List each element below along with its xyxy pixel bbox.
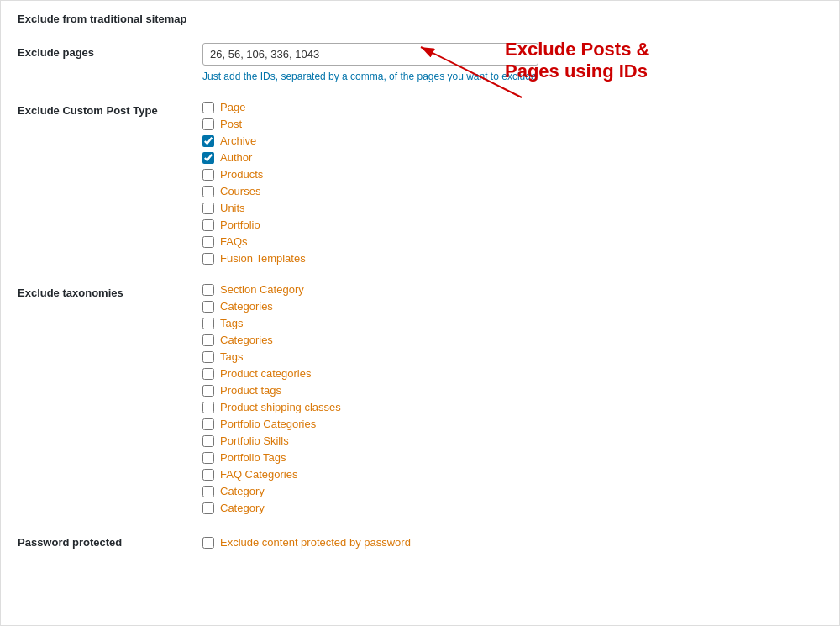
main-container: Exclude from traditional sitemap Exclude… bbox=[0, 0, 840, 626]
tax-product-shipping-checkbox[interactable] bbox=[202, 402, 214, 413]
tax-categories2-checkbox[interactable] bbox=[202, 334, 214, 346]
list-item[interactable]: Product shipping classes bbox=[202, 401, 822, 413]
password-protected-checkbox-label: Exclude content protected by password bbox=[220, 536, 411, 549]
password-protected-row: Password protected Exclude content prote… bbox=[1, 524, 839, 559]
tax-product-cat-label: Product categories bbox=[220, 367, 311, 380]
cpt-archive-checkbox[interactable] bbox=[202, 135, 214, 147]
tax-categories-label: Categories bbox=[220, 300, 273, 313]
list-item[interactable]: Units bbox=[202, 202, 822, 214]
section-title: Exclude from traditional sitemap bbox=[1, 1, 839, 34]
list-item[interactable]: Portfolio Tags bbox=[202, 451, 822, 464]
tax-product-tags-label: Product tags bbox=[220, 384, 281, 397]
cpt-products-label: Products bbox=[220, 168, 263, 181]
cpt-checkbox-group: Page Post Archive Author bbox=[202, 101, 822, 265]
list-item[interactable]: Portfolio Categories bbox=[202, 418, 822, 430]
list-item[interactable]: Product tags bbox=[202, 384, 822, 397]
tax-portfolio-cat-checkbox[interactable] bbox=[202, 418, 214, 430]
tax-product-shipping-label: Product shipping classes bbox=[220, 401, 341, 413]
tax-category2-label: Category bbox=[220, 502, 265, 514]
tax-section-cat-checkbox[interactable] bbox=[202, 284, 214, 296]
tax-category2-checkbox[interactable] bbox=[202, 502, 214, 514]
list-item[interactable]: FAQs bbox=[202, 235, 822, 248]
tax-section-cat-label: Section Category bbox=[220, 283, 304, 296]
cpt-post-label: Post bbox=[220, 118, 242, 130]
list-item[interactable]: Tags bbox=[202, 317, 822, 329]
cpt-units-label: Units bbox=[220, 202, 245, 214]
list-item[interactable]: Fusion Templates bbox=[202, 252, 822, 265]
tax-portfolio-cat-label: Portfolio Categories bbox=[220, 418, 316, 430]
exclude-cpt-label: Exclude Custom Post Type bbox=[1, 92, 186, 275]
exclude-taxonomies-label: Exclude taxonomies bbox=[1, 275, 186, 524]
form-table: Exclude pages Exclud bbox=[1, 34, 839, 559]
cpt-units-checkbox[interactable] bbox=[202, 203, 214, 214]
cpt-fusion-label: Fusion Templates bbox=[220, 252, 306, 265]
cpt-author-checkbox[interactable] bbox=[202, 152, 214, 164]
tax-tags2-label: Tags bbox=[220, 350, 243, 363]
tax-category1-label: Category bbox=[220, 485, 265, 497]
list-item[interactable]: Products bbox=[202, 168, 822, 181]
taxonomies-checkbox-group: Section Category Categories Tags Categor… bbox=[202, 283, 822, 514]
tax-tags2-checkbox[interactable] bbox=[202, 351, 214, 363]
cpt-portfolio-checkbox[interactable] bbox=[202, 219, 214, 231]
tax-category1-checkbox[interactable] bbox=[202, 486, 214, 497]
exclude-cpt-row: Exclude Custom Post Type Page Post Archi… bbox=[1, 92, 839, 275]
list-item[interactable]: Page bbox=[202, 101, 822, 113]
annotation-text: Exclude Posts &Pages using IDs bbox=[505, 39, 723, 83]
exclude-pages-wrapper: Exclude Posts &Pages using IDs bbox=[202, 43, 822, 66]
list-item[interactable]: Tags bbox=[202, 350, 822, 363]
list-item[interactable]: Portfolio bbox=[202, 218, 822, 231]
cpt-courses-label: Courses bbox=[220, 185, 260, 197]
tax-product-tags-checkbox[interactable] bbox=[202, 385, 214, 397]
annotation-box: Exclude Posts &Pages using IDs bbox=[505, 39, 723, 83]
cpt-page-checkbox[interactable] bbox=[202, 102, 214, 113]
list-item[interactable]: Category bbox=[202, 502, 822, 514]
exclude-cpt-field: Page Post Archive Author bbox=[186, 92, 839, 275]
cpt-portfolio-label: Portfolio bbox=[220, 218, 260, 231]
tax-tags-label: Tags bbox=[220, 317, 243, 329]
list-item[interactable]: Courses bbox=[202, 185, 822, 197]
cpt-post-checkbox[interactable] bbox=[202, 118, 214, 130]
list-item[interactable]: FAQ Categories bbox=[202, 468, 822, 481]
tax-portfolio-tags-label: Portfolio Tags bbox=[220, 451, 286, 464]
tax-faq-cat-label: FAQ Categories bbox=[220, 468, 298, 481]
tax-tags-checkbox[interactable] bbox=[202, 318, 214, 329]
cpt-archive-label: Archive bbox=[220, 134, 256, 147]
password-protected-field: Exclude content protected by password bbox=[186, 524, 839, 559]
password-protected-checkbox[interactable] bbox=[202, 537, 214, 549]
list-item[interactable]: Portfolio Skills bbox=[202, 434, 822, 447]
exclude-pages-field: Exclude Posts &Pages using IDs Just add … bbox=[186, 34, 839, 92]
exclude-pages-row: Exclude pages Exclud bbox=[1, 34, 839, 92]
exclude-pages-label: Exclude pages bbox=[1, 34, 186, 92]
list-item[interactable]: Category bbox=[202, 485, 822, 497]
cpt-page-label: Page bbox=[220, 101, 245, 113]
tax-faq-cat-checkbox[interactable] bbox=[202, 469, 214, 481]
list-item[interactable]: Author bbox=[202, 151, 822, 164]
tax-product-cat-checkbox[interactable] bbox=[202, 368, 214, 380]
cpt-faqs-label: FAQs bbox=[220, 235, 248, 248]
list-item[interactable]: Categories bbox=[202, 334, 822, 346]
tax-portfolio-skills-checkbox[interactable] bbox=[202, 435, 214, 447]
exclude-taxonomies-field: Section Category Categories Tags Categor… bbox=[186, 275, 839, 524]
tax-categories-checkbox[interactable] bbox=[202, 301, 214, 313]
tax-portfolio-tags-checkbox[interactable] bbox=[202, 452, 214, 464]
password-protected-label: Password protected bbox=[1, 524, 186, 559]
cpt-author-label: Author bbox=[220, 151, 252, 164]
tax-categories2-label: Categories bbox=[220, 334, 273, 346]
cpt-products-checkbox[interactable] bbox=[202, 169, 214, 181]
tax-portfolio-skills-label: Portfolio Skills bbox=[220, 434, 289, 447]
list-item[interactable]: Archive bbox=[202, 134, 822, 147]
list-item[interactable]: Categories bbox=[202, 300, 822, 313]
cpt-fusion-checkbox[interactable] bbox=[202, 253, 214, 265]
cpt-courses-checkbox[interactable] bbox=[202, 186, 214, 197]
list-item[interactable]: Post bbox=[202, 118, 822, 130]
list-item[interactable]: Section Category bbox=[202, 283, 822, 296]
password-protected-item[interactable]: Exclude content protected by password bbox=[202, 536, 822, 549]
exclude-taxonomies-row: Exclude taxonomies Section Category Cate… bbox=[1, 275, 839, 524]
cpt-faqs-checkbox[interactable] bbox=[202, 236, 214, 248]
list-item[interactable]: Product categories bbox=[202, 367, 822, 380]
